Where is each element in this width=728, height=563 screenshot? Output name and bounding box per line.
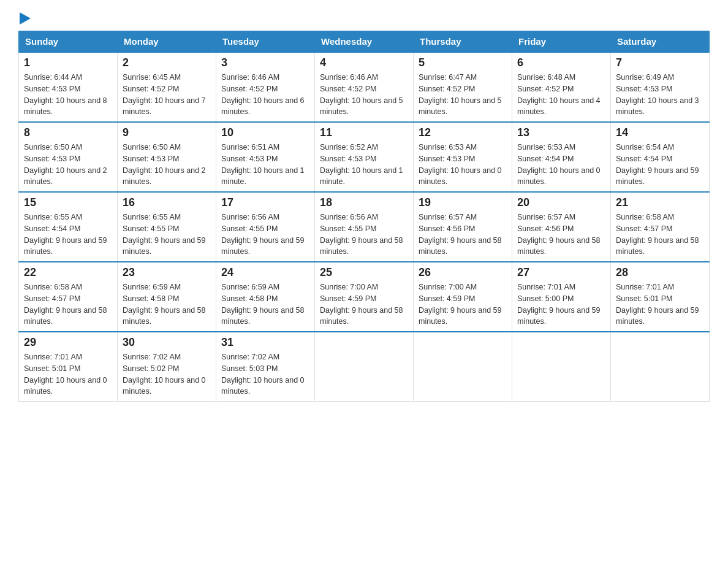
calendar-day-cell: 24 Sunrise: 6:59 AMSunset: 4:58 PMDaylig… — [216, 262, 315, 332]
calendar-day-cell — [414, 332, 512, 402]
weekday-header-sunday: Sunday — [19, 31, 118, 53]
calendar-day-cell: 14 Sunrise: 6:54 AMSunset: 4:54 PMDaylig… — [611, 122, 710, 192]
day-number: 17 — [221, 196, 309, 209]
calendar-week-row: 15 Sunrise: 6:55 AMSunset: 4:54 PMDaylig… — [19, 192, 710, 262]
calendar-day-cell: 25 Sunrise: 7:00 AMSunset: 4:59 PMDaylig… — [315, 262, 414, 332]
day-number: 4 — [320, 56, 408, 69]
day-info: Sunrise: 6:54 AMSunset: 4:54 PMDaylight:… — [616, 143, 699, 186]
day-info: Sunrise: 6:55 AMSunset: 4:55 PMDaylight:… — [123, 213, 206, 256]
day-number: 3 — [221, 56, 309, 69]
day-info: Sunrise: 6:50 AMSunset: 4:53 PMDaylight:… — [123, 143, 206, 186]
day-info: Sunrise: 6:58 AMSunset: 4:57 PMDaylight:… — [616, 213, 699, 256]
day-info: Sunrise: 6:49 AMSunset: 4:53 PMDaylight:… — [616, 73, 699, 116]
day-number: 16 — [123, 196, 211, 209]
day-number: 14 — [616, 126, 704, 139]
day-number: 24 — [221, 266, 309, 279]
day-info: Sunrise: 7:02 AMSunset: 5:03 PMDaylight:… — [221, 353, 305, 396]
weekday-header-tuesday: Tuesday — [216, 31, 315, 53]
calendar-day-cell: 19 Sunrise: 6:57 AMSunset: 4:56 PMDaylig… — [414, 192, 512, 262]
day-info: Sunrise: 6:59 AMSunset: 4:58 PMDaylight:… — [221, 283, 305, 326]
day-number: 25 — [320, 266, 408, 279]
logo-arrow-icon — [20, 12, 31, 25]
day-info: Sunrise: 6:56 AMSunset: 4:55 PMDaylight:… — [221, 213, 305, 256]
day-number: 2 — [123, 56, 211, 69]
day-info: Sunrise: 6:48 AMSunset: 4:52 PMDaylight:… — [517, 73, 601, 116]
day-number: 21 — [616, 196, 704, 209]
calendar-day-cell — [611, 332, 710, 402]
day-info: Sunrise: 6:57 AMSunset: 4:56 PMDaylight:… — [419, 213, 502, 256]
logo — [18, 12, 31, 21]
calendar-day-cell: 17 Sunrise: 6:56 AMSunset: 4:55 PMDaylig… — [216, 192, 315, 262]
day-number: 15 — [24, 196, 112, 209]
day-info: Sunrise: 6:50 AMSunset: 4:53 PMDaylight:… — [24, 143, 107, 186]
day-info: Sunrise: 7:01 AMSunset: 5:01 PMDaylight:… — [24, 353, 107, 396]
day-number: 27 — [517, 266, 605, 279]
calendar-day-cell: 2 Sunrise: 6:45 AMSunset: 4:52 PMDayligh… — [118, 52, 216, 122]
day-info: Sunrise: 7:00 AMSunset: 4:59 PMDaylight:… — [320, 283, 403, 326]
day-number: 5 — [419, 56, 507, 69]
page-header — [18, 12, 710, 21]
calendar-day-cell — [315, 332, 414, 402]
day-number: 12 — [419, 126, 507, 139]
calendar-day-cell: 15 Sunrise: 6:55 AMSunset: 4:54 PMDaylig… — [19, 192, 118, 262]
calendar-day-cell: 21 Sunrise: 6:58 AMSunset: 4:57 PMDaylig… — [611, 192, 710, 262]
calendar-day-cell: 10 Sunrise: 6:51 AMSunset: 4:53 PMDaylig… — [216, 122, 315, 192]
day-number: 20 — [517, 196, 605, 209]
day-number: 1 — [24, 56, 112, 69]
calendar-day-cell: 11 Sunrise: 6:52 AMSunset: 4:53 PMDaylig… — [315, 122, 414, 192]
weekday-header-saturday: Saturday — [611, 31, 710, 53]
day-info: Sunrise: 7:02 AMSunset: 5:02 PMDaylight:… — [123, 353, 206, 396]
day-number: 30 — [123, 336, 211, 349]
day-number: 6 — [517, 56, 605, 69]
weekday-header-row: SundayMondayTuesdayWednesdayThursdayFrid… — [19, 31, 710, 53]
day-info: Sunrise: 6:58 AMSunset: 4:57 PMDaylight:… — [24, 283, 107, 326]
day-info: Sunrise: 7:00 AMSunset: 4:59 PMDaylight:… — [419, 283, 502, 326]
day-number: 31 — [221, 336, 309, 349]
weekday-header-monday: Monday — [118, 31, 216, 53]
calendar-day-cell: 5 Sunrise: 6:47 AMSunset: 4:52 PMDayligh… — [414, 52, 512, 122]
day-info: Sunrise: 6:51 AMSunset: 4:53 PMDaylight:… — [221, 143, 305, 186]
calendar-day-cell: 27 Sunrise: 7:01 AMSunset: 5:00 PMDaylig… — [512, 262, 611, 332]
calendar-day-cell: 6 Sunrise: 6:48 AMSunset: 4:52 PMDayligh… — [512, 52, 611, 122]
calendar-day-cell — [512, 332, 611, 402]
calendar-week-row: 22 Sunrise: 6:58 AMSunset: 4:57 PMDaylig… — [19, 262, 710, 332]
calendar-day-cell: 30 Sunrise: 7:02 AMSunset: 5:02 PMDaylig… — [118, 332, 216, 402]
calendar-day-cell: 9 Sunrise: 6:50 AMSunset: 4:53 PMDayligh… — [118, 122, 216, 192]
calendar-day-cell: 28 Sunrise: 7:01 AMSunset: 5:01 PMDaylig… — [611, 262, 710, 332]
calendar-day-cell: 26 Sunrise: 7:00 AMSunset: 4:59 PMDaylig… — [414, 262, 512, 332]
day-number: 11 — [320, 126, 408, 139]
day-info: Sunrise: 6:59 AMSunset: 4:58 PMDaylight:… — [123, 283, 206, 326]
day-number: 8 — [24, 126, 112, 139]
day-number: 10 — [221, 126, 309, 139]
calendar-day-cell: 3 Sunrise: 6:46 AMSunset: 4:52 PMDayligh… — [216, 52, 315, 122]
day-number: 28 — [616, 266, 704, 279]
calendar-day-cell: 16 Sunrise: 6:55 AMSunset: 4:55 PMDaylig… — [118, 192, 216, 262]
calendar-day-cell: 4 Sunrise: 6:46 AMSunset: 4:52 PMDayligh… — [315, 52, 414, 122]
weekday-header-thursday: Thursday — [414, 31, 512, 53]
day-info: Sunrise: 6:46 AMSunset: 4:52 PMDaylight:… — [221, 73, 305, 116]
calendar-day-cell: 7 Sunrise: 6:49 AMSunset: 4:53 PMDayligh… — [611, 52, 710, 122]
day-number: 7 — [616, 56, 704, 69]
day-info: Sunrise: 7:01 AMSunset: 5:00 PMDaylight:… — [517, 283, 601, 326]
day-number: 13 — [517, 126, 605, 139]
weekday-header-wednesday: Wednesday — [315, 31, 414, 53]
day-info: Sunrise: 6:45 AMSunset: 4:52 PMDaylight:… — [123, 73, 206, 116]
day-info: Sunrise: 6:53 AMSunset: 4:54 PMDaylight:… — [517, 143, 601, 186]
calendar-day-cell: 13 Sunrise: 6:53 AMSunset: 4:54 PMDaylig… — [512, 122, 611, 192]
calendar-day-cell: 20 Sunrise: 6:57 AMSunset: 4:56 PMDaylig… — [512, 192, 611, 262]
day-info: Sunrise: 6:55 AMSunset: 4:54 PMDaylight:… — [24, 213, 107, 256]
calendar-week-row: 8 Sunrise: 6:50 AMSunset: 4:53 PMDayligh… — [19, 122, 710, 192]
calendar-table: SundayMondayTuesdayWednesdayThursdayFrid… — [18, 31, 710, 402]
day-info: Sunrise: 6:47 AMSunset: 4:52 PMDaylight:… — [419, 73, 502, 116]
calendar-week-row: 29 Sunrise: 7:01 AMSunset: 5:01 PMDaylig… — [19, 332, 710, 402]
calendar-day-cell: 29 Sunrise: 7:01 AMSunset: 5:01 PMDaylig… — [19, 332, 118, 402]
calendar-day-cell: 18 Sunrise: 6:56 AMSunset: 4:55 PMDaylig… — [315, 192, 414, 262]
day-number: 22 — [24, 266, 112, 279]
day-number: 18 — [320, 196, 408, 209]
day-info: Sunrise: 6:57 AMSunset: 4:56 PMDaylight:… — [517, 213, 601, 256]
calendar-day-cell: 31 Sunrise: 7:02 AMSunset: 5:03 PMDaylig… — [216, 332, 315, 402]
day-number: 29 — [24, 336, 112, 349]
day-info: Sunrise: 6:46 AMSunset: 4:52 PMDaylight:… — [320, 73, 403, 116]
svg-marker-0 — [20, 12, 31, 25]
day-info: Sunrise: 6:52 AMSunset: 4:53 PMDaylight:… — [320, 143, 403, 186]
